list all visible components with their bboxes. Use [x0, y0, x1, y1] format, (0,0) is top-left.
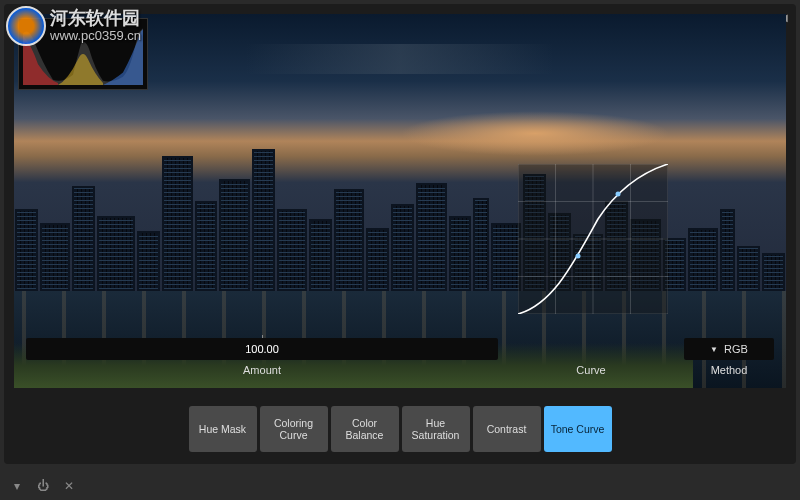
chevron-down-icon[interactable]: ▾	[10, 479, 24, 493]
effect-tabs: Hue Mask Coloring Curve Color Balance Hu…	[14, 404, 786, 454]
tab-hue-saturation[interactable]: Hue Saturation	[402, 406, 470, 452]
amount-label: Amount	[243, 364, 281, 376]
method-dropdown[interactable]: ▼ RGB	[684, 338, 774, 360]
method-value: RGB	[724, 343, 748, 355]
watermark-logo	[6, 6, 46, 46]
tab-tone-curve[interactable]: Tone Curve	[544, 406, 612, 452]
tab-coloring-curve[interactable]: Coloring Curve	[260, 406, 328, 452]
amount-slider[interactable]: 100.00	[26, 338, 498, 360]
footer-bar: ▾ ⏻ ✕	[0, 472, 800, 500]
editor-frame: ◀	[4, 4, 796, 464]
tone-curve-graph[interactable]	[518, 164, 668, 314]
tab-hue-mask[interactable]: Hue Mask	[189, 406, 257, 452]
watermark: 河东软件园 www.pc0359.cn	[6, 6, 141, 46]
parameter-controls: 100.00 Amount Curve ▼ RGB Method	[26, 326, 774, 376]
tab-color-balance[interactable]: Color Balance	[331, 406, 399, 452]
svg-point-10	[576, 254, 581, 259]
chevron-down-icon: ▼	[710, 345, 718, 354]
power-icon[interactable]: ⏻	[36, 479, 50, 493]
method-control: ▼ RGB Method	[684, 338, 774, 376]
tab-contrast[interactable]: Contrast	[473, 406, 541, 452]
watermark-url: www.pc0359.cn	[50, 29, 141, 43]
curve-label: Curve	[576, 364, 605, 376]
close-icon[interactable]: ✕	[62, 479, 76, 493]
curve-control: Curve	[516, 364, 666, 376]
amount-control: 100.00 Amount	[26, 338, 498, 376]
svg-point-11	[616, 192, 621, 197]
method-label: Method	[711, 364, 748, 376]
amount-value: 100.00	[245, 343, 279, 355]
image-preview[interactable]: 100.00 Amount Curve ▼ RGB Method	[14, 14, 786, 388]
watermark-cn: 河东软件园	[50, 9, 141, 29]
